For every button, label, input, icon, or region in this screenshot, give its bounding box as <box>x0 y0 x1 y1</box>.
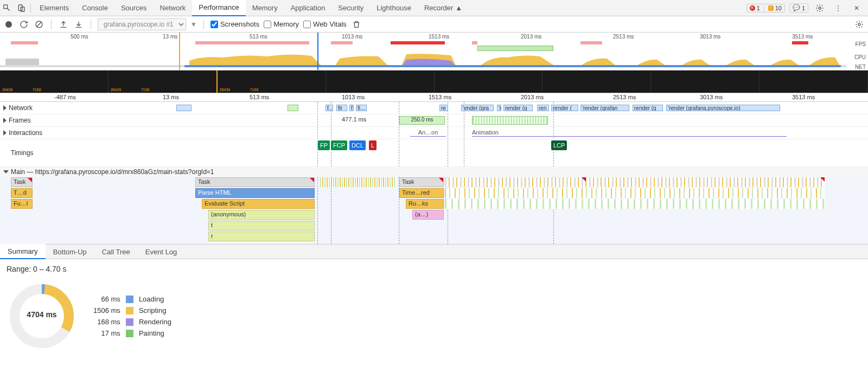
memory-checkbox[interactable]: Memory <box>264 20 299 28</box>
network-row[interactable]: Network f… fir f fi… re 'ender (gra 'r r… <box>0 102 868 114</box>
perf-settings-icon[interactable] <box>854 19 865 30</box>
separator <box>91 20 91 29</box>
download-icon[interactable] <box>73 19 84 30</box>
overview-activity <box>0 41 846 44</box>
summary-donut: 4704 ms <box>7 281 77 351</box>
flame-task[interactable]: Task <box>399 177 444 187</box>
separator <box>51 20 52 29</box>
filmstrip[interactable]: 284397150 284397150 284397150 <box>0 70 868 93</box>
svg-point-3 <box>819 7 821 9</box>
overview-ruler: 500 ms 13 ms 513 ms 1013 ms 1513 ms 2013… <box>0 33 868 40</box>
expand-icon[interactable] <box>3 105 7 111</box>
expand-icon[interactable] <box>3 130 7 136</box>
collapse-icon[interactable] <box>3 170 9 174</box>
timeline-ruler[interactable]: -487 ms 13 ms 513 ms 1013 ms 1513 ms 201… <box>0 93 868 102</box>
tab-lighthouse[interactable]: Lighthouse <box>370 0 418 16</box>
svg-point-5 <box>858 23 860 25</box>
animation-bar[interactable]: Animation <box>472 129 787 137</box>
timing-dcl[interactable]: DCL <box>349 140 366 150</box>
tab-memory[interactable]: Memory <box>246 0 284 16</box>
interactions-row[interactable]: Interactions An…on Animation <box>0 127 868 139</box>
selection-marker-right[interactable] <box>317 33 318 70</box>
inspect-icon[interactable] <box>0 1 14 15</box>
tab-elements[interactable]: Elements <box>33 0 75 16</box>
timings-row[interactable]: Timings FP FCP DCL L LCP <box>0 139 868 167</box>
tab-performance[interactable]: Performance <box>192 0 245 16</box>
timing-fp[interactable]: FP <box>318 140 330 150</box>
upload-icon[interactable] <box>58 19 69 30</box>
main-thread-header[interactable]: Main — https://grafana.pyroscope.io/d/mr… <box>0 167 868 177</box>
net-label: NET <box>855 64 866 70</box>
tab-application[interactable]: Application <box>284 0 332 16</box>
separator <box>30 3 31 13</box>
tab-network[interactable]: Network <box>154 0 193 16</box>
devtools-toolbar: Elements Console Sources Network Perform… <box>0 0 868 16</box>
screenshots-checkbox[interactable]: Screenshots <box>210 20 259 28</box>
tab-eventlog[interactable]: Event Log <box>138 244 185 259</box>
recording-select[interactable]: grafana.pyroscope.io #1 <box>98 18 186 30</box>
tab-summary[interactable]: Summary <box>0 244 46 259</box>
kebab-icon[interactable]: ⋮ <box>831 1 845 15</box>
summary-legend: 66 msLoading 1506 msScripting 168 msRend… <box>93 295 171 337</box>
flame-chart[interactable]: Main — https://grafana.pyroscope.io/d/mr… <box>0 167 868 244</box>
animation-bar[interactable]: An…on <box>410 129 446 137</box>
trash-icon[interactable] <box>351 19 362 30</box>
flame-task[interactable]: Task <box>195 177 315 187</box>
timeline-panel[interactable]: Network f… fir f fi… re 'ender (gra 'r r… <box>0 102 868 167</box>
tab-bottomup[interactable]: Bottom-Up <box>46 244 94 259</box>
device-toggle-icon[interactable] <box>14 1 28 15</box>
expand-icon[interactable] <box>3 118 7 123</box>
devtools-tabs: Elements Console Sources Network Perform… <box>33 0 742 16</box>
selection-marker-left[interactable] <box>179 33 180 70</box>
flame-task[interactable]: Task <box>11 177 33 187</box>
main-thread-label: Main — https://grafana.pyroscope.io/d/mr… <box>11 168 214 176</box>
fps-label: FPS <box>856 41 866 47</box>
gear-icon[interactable] <box>813 1 827 15</box>
summary-total: 4704 ms <box>7 310 77 319</box>
record-icon[interactable] <box>3 19 14 30</box>
overview-net-line <box>184 65 841 67</box>
reload-icon[interactable] <box>18 19 29 30</box>
timing-lcp[interactable]: LCP <box>551 140 567 150</box>
frame-bar[interactable]: 250.0 ms <box>399 116 445 125</box>
tab-console[interactable]: Console <box>75 0 114 16</box>
close-icon[interactable]: ✕ <box>850 1 864 15</box>
summary-panel: Range: 0 – 4.70 s 4704 ms 66 msLoading 1… <box>0 259 868 357</box>
tab-security[interactable]: Security <box>331 0 370 16</box>
frames-row[interactable]: Frames 477.1 ms 250.0 ms <box>0 114 868 127</box>
tab-sources[interactable]: Sources <box>114 0 154 16</box>
cpu-label: CPU <box>854 54 866 60</box>
error-badge[interactable]: ✕1 | !10 <box>746 4 785 12</box>
clear-icon[interactable] <box>34 19 44 30</box>
message-badge[interactable]: 💬1 <box>789 3 808 12</box>
separator <box>203 20 204 29</box>
status-group: ✕1 | !10 💬1 ⋮ ✕ <box>742 1 868 15</box>
svg-rect-0 <box>4 5 8 9</box>
svg-rect-1 <box>18 5 22 11</box>
overview-strip[interactable]: 500 ms 13 ms 513 ms 1013 ms 1513 ms 2013… <box>0 33 868 70</box>
timing-fcp[interactable]: FCP <box>331 140 347 150</box>
webvitals-checkbox[interactable]: Web Vitals <box>303 20 347 28</box>
frame-duration: 477.1 ms <box>342 116 366 123</box>
tab-recorder[interactable]: Recorder ▲ <box>418 0 469 16</box>
timing-load[interactable]: L <box>369 140 376 150</box>
summary-range: Range: 0 – 4.70 s <box>7 265 861 273</box>
details-tabs: Summary Bottom-Up Call Tree Event Log <box>0 244 868 259</box>
overview-frame-bar <box>477 46 553 51</box>
tab-calltree[interactable]: Call Tree <box>94 244 138 259</box>
network-bar[interactable] <box>176 105 192 111</box>
perf-toolbar: grafana.pyroscope.io #1 ▼ Screenshots Me… <box>0 16 868 33</box>
